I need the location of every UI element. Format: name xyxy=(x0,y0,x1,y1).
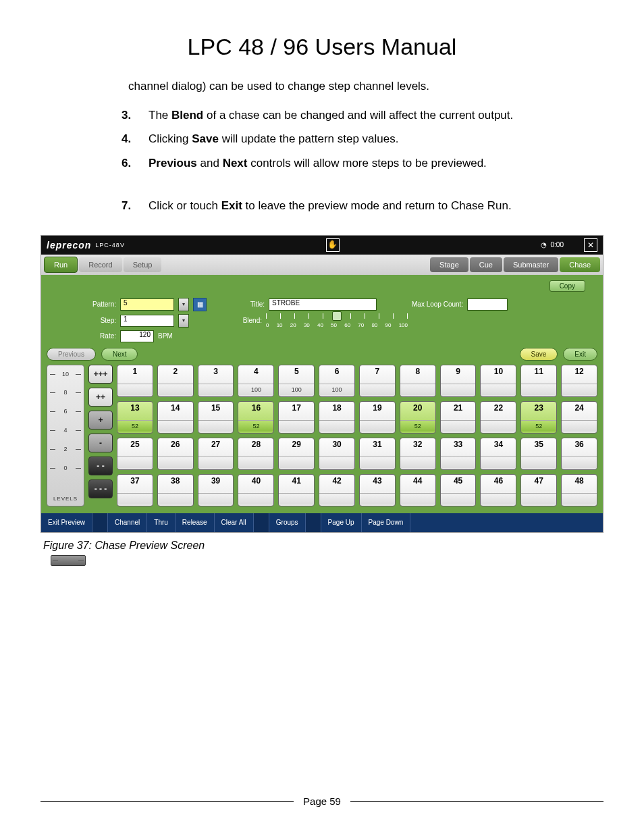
channel-30[interactable]: 30 xyxy=(319,438,355,470)
channel-10[interactable]: 10 xyxy=(480,365,516,397)
channel-1[interactable]: 1 xyxy=(117,365,153,397)
channel-36[interactable]: 36 xyxy=(561,438,597,470)
tab-submaster[interactable]: Submaster xyxy=(504,257,558,272)
channel-46[interactable]: 46 xyxy=(480,474,516,506)
bottom-groups[interactable]: Groups xyxy=(269,513,306,532)
channel-19[interactable]: 19 xyxy=(359,401,396,434)
increment-button[interactable]: - xyxy=(88,434,113,452)
save-button[interactable]: Save xyxy=(520,348,558,361)
title-input[interactable]: STROBE xyxy=(269,298,377,311)
channel-41[interactable]: 41 xyxy=(278,474,315,506)
channel-16[interactable]: 1652 xyxy=(238,401,274,434)
page-footer: Page 59 xyxy=(41,796,603,807)
channel-12[interactable]: 12 xyxy=(561,365,597,397)
channel-27[interactable]: 27 xyxy=(198,438,234,470)
channel-26[interactable]: 26 xyxy=(157,438,194,470)
channel-31[interactable]: 31 xyxy=(359,438,396,470)
step-dropdown[interactable]: ▾ xyxy=(178,314,189,328)
channel-40[interactable]: 40 xyxy=(238,474,274,506)
increment-button[interactable]: +++ xyxy=(88,365,113,384)
pattern-input[interactable]: 5 xyxy=(120,298,174,311)
bottom-channel[interactable]: Channel xyxy=(108,513,147,532)
close-icon[interactable]: ✕ xyxy=(584,238,597,252)
blend-thumb[interactable] xyxy=(332,311,342,321)
next-button[interactable]: Next xyxy=(101,348,138,361)
channel-21[interactable]: 21 xyxy=(440,401,477,434)
channel-18[interactable]: 18 xyxy=(319,401,355,434)
step-item: 6.Previous and Next controls will allow … xyxy=(122,155,576,172)
channel-7[interactable]: 7 xyxy=(359,365,396,397)
channel-5[interactable]: 5100 xyxy=(278,365,315,397)
channel-35[interactable]: 35 xyxy=(520,438,557,470)
level-fader[interactable]: 1086420 LEVELS xyxy=(47,365,84,506)
level-knob[interactable] xyxy=(51,555,86,566)
channel-17[interactable]: 17 xyxy=(278,401,315,434)
channel-39[interactable]: 39 xyxy=(198,474,234,506)
channel-43[interactable]: 43 xyxy=(359,474,396,506)
channel-29[interactable]: 29 xyxy=(278,438,315,470)
channel-32[interactable]: 32 xyxy=(400,438,436,470)
bottom-thru[interactable]: Thru xyxy=(147,513,176,532)
rate-input[interactable]: 120 xyxy=(120,330,154,342)
steps-list: 3.The Blend of a chase can be changed an… xyxy=(122,107,576,215)
blend-slider[interactable]: 0102030405060708090100 xyxy=(266,313,408,328)
page-number: Page 59 xyxy=(303,796,341,807)
channel-6[interactable]: 6100 xyxy=(319,365,355,397)
maxloop-input[interactable] xyxy=(467,298,508,311)
increment-button[interactable]: ++ xyxy=(88,388,113,407)
channel-8[interactable]: 8 xyxy=(400,365,436,397)
tab-chase[interactable]: Chase xyxy=(560,257,600,272)
pattern-label: Pattern: xyxy=(84,301,116,308)
tab-cue[interactable]: Cue xyxy=(470,257,502,272)
copy-button[interactable]: Copy xyxy=(549,280,585,292)
channel-38[interactable]: 38 xyxy=(157,474,194,506)
channel-47[interactable]: 47 xyxy=(520,474,557,506)
exit-button[interactable]: Exit xyxy=(563,348,597,361)
previous-button[interactable]: Previous xyxy=(47,348,96,361)
pattern-grid-icon[interactable]: ▦ xyxy=(193,298,207,311)
channel-14[interactable]: 14 xyxy=(157,401,194,434)
tab-stage[interactable]: Stage xyxy=(430,257,468,272)
bottom-page-down[interactable]: Page Down xyxy=(362,513,411,532)
bottom-exit-preview[interactable]: Exit Preview xyxy=(41,513,92,532)
channel-20[interactable]: 2052 xyxy=(400,401,436,434)
tab-run[interactable]: Run xyxy=(44,257,78,273)
step-label: Step: xyxy=(84,317,116,324)
bottom-bar: Exit PreviewChannelThruReleaseClear AllG… xyxy=(41,513,603,532)
channel-2[interactable]: 2 xyxy=(157,365,194,397)
channel-48[interactable]: 48 xyxy=(561,474,597,506)
channel-11[interactable]: 11 xyxy=(520,365,557,397)
channel-4[interactable]: 4100 xyxy=(238,365,274,397)
channel-25[interactable]: 25 xyxy=(117,438,153,470)
bottom-page-up[interactable]: Page Up xyxy=(321,513,362,532)
channel-9[interactable]: 9 xyxy=(440,365,477,397)
channel-23[interactable]: 2352 xyxy=(520,401,557,434)
rate-label: Rate: xyxy=(84,332,116,340)
channel-15[interactable]: 15 xyxy=(198,401,234,434)
channel-42[interactable]: 42 xyxy=(319,474,355,506)
bottom-release[interactable]: Release xyxy=(176,513,215,532)
bottom-clear-all[interactable]: Clear All xyxy=(215,513,254,532)
channel-45[interactable]: 45 xyxy=(440,474,477,506)
app-topbar: leprecon LPC-48V ✋ ◔ 0:00 ✕ xyxy=(41,236,603,255)
step-input[interactable]: 1 xyxy=(120,315,174,327)
page-title: LPC 48 / 96 Users Manual xyxy=(41,34,603,60)
hand-icon[interactable]: ✋ xyxy=(326,238,340,252)
channel-3[interactable]: 3 xyxy=(198,365,234,397)
tab-setup[interactable]: Setup xyxy=(124,257,162,272)
bottom-spacer xyxy=(306,513,321,532)
increment-button[interactable]: + xyxy=(88,411,113,429)
channel-37[interactable]: 37 xyxy=(117,474,153,506)
channel-24[interactable]: 24 xyxy=(561,401,597,434)
channel-33[interactable]: 33 xyxy=(440,438,477,470)
increment-button[interactable]: - - xyxy=(88,457,113,475)
channel-13[interactable]: 1352 xyxy=(117,401,153,434)
channel-44[interactable]: 44 xyxy=(400,474,436,506)
channel-28[interactable]: 28 xyxy=(238,438,274,470)
channel-22[interactable]: 22 xyxy=(480,401,516,434)
channel-34[interactable]: 34 xyxy=(480,438,516,470)
tab-record[interactable]: Record xyxy=(79,257,122,272)
pattern-dropdown[interactable]: ▾ xyxy=(178,298,189,311)
blend-label: Blend: xyxy=(239,317,262,324)
increment-button[interactable]: - - - xyxy=(88,479,113,498)
